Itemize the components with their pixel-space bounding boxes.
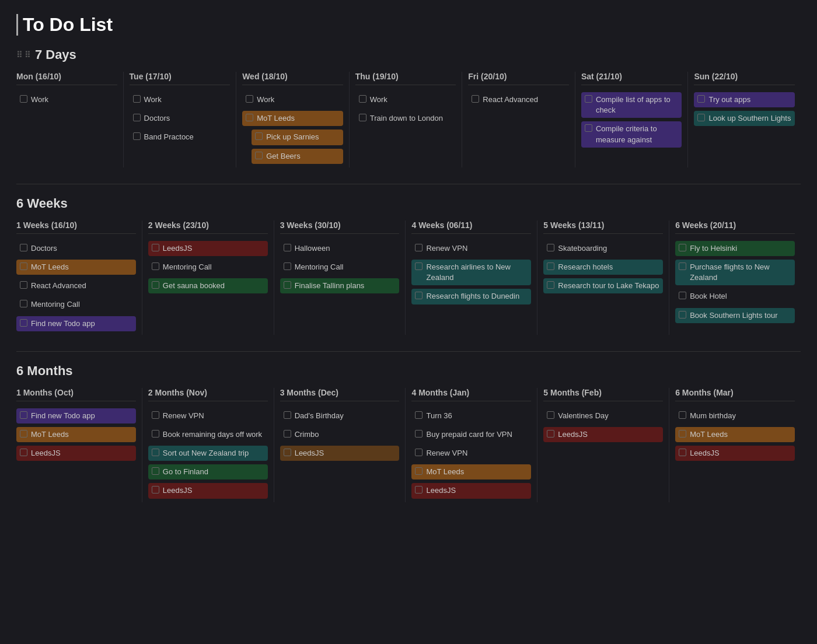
section-header-7days: ⠿ ⠿7 Days [16,47,801,62]
task-checkbox[interactable] [20,430,27,438]
task-checkbox[interactable] [547,262,554,270]
task-checkbox[interactable] [679,292,686,299]
task-checkbox[interactable] [415,292,423,299]
task-checkbox[interactable] [20,95,27,103]
task-item: Renew VPN [148,408,268,424]
task-item: Buy prepaid card for VPN [411,427,531,442]
task-item: MoT Leeds [16,427,136,442]
task-checkbox[interactable] [20,449,27,456]
task-checkbox[interactable] [284,430,291,438]
task-checkbox[interactable] [284,411,291,419]
task-item: LeedsJS [411,483,531,498]
task-item: Dad's Birthday [280,408,400,424]
task-item: Work [130,92,231,107]
task-item: Band Practoce [130,130,231,145]
task-checkbox[interactable] [284,449,291,456]
task-checkbox[interactable] [415,467,423,475]
task-checkbox[interactable] [20,262,27,270]
task-checkbox[interactable] [152,467,159,475]
section-divider [16,184,801,184]
task-checkbox[interactable] [133,132,141,140]
task-item: Research tour to Lake Tekapo [543,278,663,293]
task-text: Valentines Day [558,411,608,421]
column-m3: 3 Months (Dec)Dad's BirthdayCrimboLeedsJ… [274,388,406,502]
task-text: Work [31,94,48,105]
task-text: MoT Leeds [31,429,69,440]
task-checkbox[interactable] [547,430,554,438]
task-text: Renew VPN [426,243,467,254]
task-checkbox[interactable] [585,95,592,103]
task-checkbox[interactable] [415,486,423,494]
task-checkbox[interactable] [679,411,686,419]
task-item: Pick up Sarnies [252,130,343,145]
task-checkbox[interactable] [359,114,366,121]
col-header-w2: 2 Weeks (23/10) [148,220,268,234]
task-checkbox[interactable] [20,300,27,307]
task-checkbox[interactable] [152,486,159,494]
task-checkbox[interactable] [152,411,159,419]
task-checkbox[interactable] [415,411,423,419]
task-item: Fly to Helsinki [675,241,795,256]
task-checkbox[interactable] [359,95,366,103]
column-w1: 1 Weeks (16/10)DoctorsMoT LeedsReact Adv… [16,220,142,335]
task-checkbox[interactable] [679,430,686,438]
task-item: MoT Leeds [242,111,343,126]
col-header-w4: 4 Weeks (06/11) [411,220,531,234]
task-checkbox[interactable] [152,262,159,270]
task-checkbox[interactable] [697,114,705,121]
task-text: Crimbo [295,429,319,440]
task-checkbox[interactable] [547,411,554,419]
task-checkbox[interactable] [284,244,291,251]
task-checkbox[interactable] [20,411,27,419]
task-checkbox[interactable] [679,262,686,270]
page-container: To Do List ⠿ ⠿7 DaysMon (16/10)WorkTue (… [0,0,817,533]
task-checkbox[interactable] [472,95,479,103]
task-checkbox[interactable] [547,244,554,251]
task-checkbox[interactable] [415,244,423,251]
task-checkbox[interactable] [547,281,554,289]
task-text: Finalise Tallinn plans [295,281,365,291]
task-item: Find new Todo app [16,316,136,331]
task-checkbox[interactable] [679,311,686,318]
column-w5: 5 Weeks (13/11)SkateboardingResearch hot… [537,220,669,335]
task-item: Train down to London [355,111,456,126]
section-header-6weeks: 6 Weeks [16,196,801,211]
task-item: Mentoring Call [16,297,136,312]
task-checkbox[interactable] [133,114,141,121]
task-item: Turn 36 [411,408,531,424]
task-text: Look up Southern Lights [708,113,791,124]
task-text: Band Practoce [144,132,194,142]
task-checkbox[interactable] [697,95,705,103]
task-checkbox[interactable] [20,319,27,327]
task-checkbox[interactable] [152,449,159,456]
task-checkbox[interactable] [20,281,27,289]
task-item: Try out apps [694,92,795,107]
task-checkbox[interactable] [415,430,423,438]
task-checkbox[interactable] [585,124,592,132]
task-checkbox[interactable] [246,114,253,121]
task-checkbox[interactable] [133,95,141,103]
task-checkbox[interactable] [284,262,291,270]
task-checkbox[interactable] [679,244,686,251]
task-checkbox[interactable] [246,95,253,103]
task-checkbox[interactable] [255,152,263,159]
task-checkbox[interactable] [255,132,263,140]
task-item: Sort out New Zealand trip [148,446,268,461]
task-checkbox[interactable] [284,281,291,289]
task-item: Finalise Tallinn plans [280,278,400,293]
task-checkbox[interactable] [20,244,27,251]
task-checkbox[interactable] [152,244,159,251]
task-item: Doctors [16,241,136,256]
task-checkbox[interactable] [415,449,423,456]
task-checkbox[interactable] [415,262,423,270]
task-checkbox[interactable] [152,281,159,289]
task-item: MoT Leeds [675,427,795,442]
col-header-tue: Tue (17/10) [130,72,231,85]
task-text: Sort out New Zealand trip [163,448,249,459]
drag-handle-icon[interactable]: ⠿ ⠿ [16,50,30,60]
task-text: Get Beers [266,151,301,162]
task-checkbox[interactable] [152,430,159,438]
column-sat: Sat (21/10)Compile list of apps to check… [575,72,689,167]
task-text: Renew VPN [426,448,467,459]
task-checkbox[interactable] [679,449,686,456]
